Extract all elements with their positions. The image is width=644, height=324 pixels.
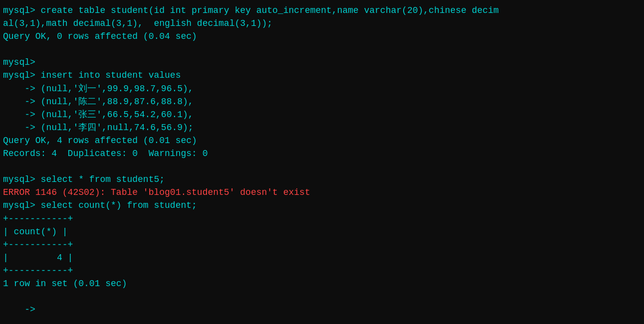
line-9: -> (null,'张三',66.5,54.2,60.1), — [3, 108, 641, 121]
line-13 — [3, 160, 641, 173]
line-5: mysql> — [3, 56, 641, 69]
line-23 — [3, 290, 641, 303]
line-7: -> (null,'刘一',99.9,98.7,96.5), — [3, 82, 641, 95]
line-12: Records: 4 Duplicates: 0 Warnings: 0 — [3, 147, 641, 160]
line-8: -> (null,'陈二',88.9,87.6,88.8), — [3, 95, 641, 108]
line-18: | count(*) | — [3, 225, 641, 238]
line-21: +-----------+ — [3, 264, 641, 277]
line-6: mysql> insert into student values — [3, 69, 641, 82]
line-22: 1 row in set (0.01 sec) — [3, 277, 641, 290]
line-11: Query OK, 4 rows affected (0.01 sec) — [3, 134, 641, 147]
line-4 — [3, 43, 641, 56]
line-10: -> (null,'李四',null,74.6,56.9); — [3, 121, 641, 134]
line-3: Query OK, 0 rows affected (0.04 sec) — [3, 30, 641, 43]
line-17: +-----------+ — [3, 212, 641, 225]
line-16: mysql> select count(*) from student; — [3, 199, 641, 212]
terminal: mysql> create table student(id int prima… — [3, 4, 641, 320]
line-1: mysql> create table student(id int prima… — [3, 4, 641, 17]
line-14: mysql> select * from student5; — [3, 173, 641, 186]
line-2: al(3,1),math decimal(3,1), english decim… — [3, 17, 641, 30]
line-20: | 4 | — [3, 251, 641, 264]
line-19: +-----------+ — [3, 238, 641, 251]
line-15: ERROR 1146 (42S02): Table 'blog01.studen… — [3, 186, 641, 199]
line-24: -> — [3, 303, 641, 316]
